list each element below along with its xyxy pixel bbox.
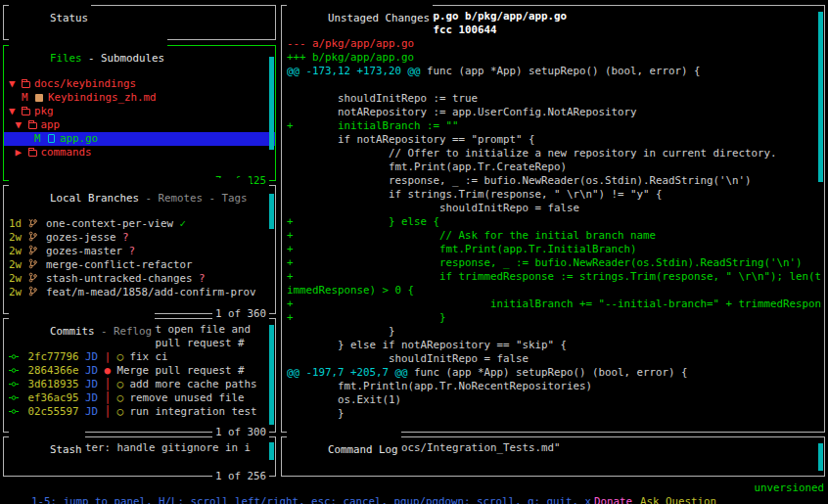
stash-panel[interactable]: Stash On gozes-master: handle gitignore …	[3, 436, 276, 477]
diff-line-ctx: shouldInitRepo = false	[287, 352, 822, 366]
diff-line-ctx: fmt.Print(app.Tr.CreateRepo)	[287, 160, 822, 174]
hunk-context: func (app *App) setupRepo() (bool, error…	[408, 366, 688, 379]
status-panel-title: Status	[9, 0, 91, 39]
diff-line-ctx: response, _ := bufio.NewReader(os.Stdin)…	[287, 174, 822, 188]
branch-icon	[28, 258, 37, 272]
diff-line-ctx: }	[287, 325, 822, 339]
files-scrollbar[interactable]	[269, 57, 274, 150]
tab-local-branches[interactable]: Local Branches	[50, 192, 139, 205]
stash-scrollbar[interactable]	[269, 442, 274, 460]
diff-title-label: Unstaged Changes	[328, 12, 430, 24]
branch-age: 2w	[9, 286, 28, 298]
file-icon	[48, 134, 55, 143]
files-panel-tabs: Files - Submodules	[9, 38, 167, 79]
tab-reflog[interactable]: - Reflog	[95, 325, 153, 338]
commit-author: JD	[85, 378, 105, 390]
folder-row[interactable]: ▼ app	[9, 118, 273, 132]
commit-icon	[9, 406, 19, 419]
commit-author: JD	[85, 364, 105, 377]
diff-view[interactable]: diff --git a/pkg/app/app.go b/pkg/app/ap…	[282, 6, 824, 432]
image-icon	[35, 94, 43, 102]
diff-line-del: --- a/pkg/app/app.go	[287, 37, 822, 51]
diff-line-ctx: } else if notARepository == "skip" {	[287, 339, 822, 352]
command-log-scrollbar[interactable]	[818, 443, 823, 471]
diff-line-ctx: notARepository := app.UserConfig.NotARep…	[287, 106, 822, 119]
branch-icon	[28, 217, 37, 231]
file-name: commands	[41, 146, 92, 159]
branch-name: stash-untracked-changes	[40, 272, 193, 285]
branch-age: 2w	[9, 245, 28, 257]
branch-row[interactable]: 2w stash-untracked-changes ?	[9, 272, 273, 286]
folder-icon	[22, 81, 30, 88]
file-row[interactable]: M Keybindings_zh.md	[9, 91, 273, 105]
commit-author: JD	[85, 391, 105, 404]
commit-icon	[9, 365, 19, 378]
diff-line-ctx: // Offer to initialize a new repository …	[287, 147, 822, 160]
tab-submodules[interactable]: - Submodules	[82, 52, 165, 65]
commit-graph-glyph: │	[105, 391, 117, 404]
branch-status-mark: ?	[122, 245, 135, 257]
command-log-title-label: Command Log	[328, 443, 398, 456]
commit-row[interactable]: 3d618935 JD │ ○ add more cache paths	[9, 378, 273, 391]
commit-hash: 2864366e	[22, 364, 85, 377]
commit-row[interactable]: ef36ac95 JD │ ○ remove unused file	[9, 391, 273, 405]
folder-icon	[22, 109, 30, 115]
diff-line-ctx: shouldInitRepo := true	[287, 92, 822, 106]
branch-icon	[28, 245, 37, 258]
diff-panel[interactable]: Unstaged Changes diff --git a/pkg/app/ap…	[281, 5, 825, 433]
folder-row[interactable]: ▼ pkg	[9, 105, 273, 118]
diff-line-ctx: fmt.Println(app.Tr.NoRecentRepositories)	[287, 380, 822, 393]
diff-line-add: + // Ask for the initial branch name	[287, 229, 822, 243]
folder-icon	[28, 122, 37, 129]
commit-row[interactable]: 02c55597 JD │ ○ run integration test	[9, 405, 273, 419]
branch-row[interactable]: 2w feat/m-mead/1858/add-confirm-prov	[9, 286, 273, 299]
file-status-flag: M	[22, 91, 34, 104]
command-log-panel[interactable]: Command Log git checkout -- "docs/Integr…	[281, 436, 825, 477]
diff-scrollbar[interactable]	[818, 12, 823, 182]
branch-row[interactable]: 2w merge-conflict-refactor	[9, 258, 273, 272]
command-log-title: Command Log	[287, 430, 401, 471]
stash-panel-title: Stash	[9, 430, 85, 471]
diff-line-add: + response, _ := bufio.NewReader(os.Stdi…	[287, 256, 822, 270]
commit-hash: ef36ac95	[22, 391, 85, 404]
lazygit-terminal: Status lazygit → example-branch Files - …	[0, 0, 828, 504]
commit-icon	[9, 392, 19, 405]
keybindings-bar: 1-5: jump to panel, H/L: scroll left/rig…	[6, 481, 824, 497]
branch-row[interactable]: 2w gozes-jesse ?	[9, 231, 273, 245]
status-panel[interactable]: Status lazygit → example-branch	[3, 5, 276, 40]
version-label: unversioned	[754, 481, 824, 495]
branches-panel[interactable]: Local Branches - Remotes - Tags * exampl…	[3, 185, 276, 314]
tab-remotes-tags[interactable]: - Remotes - Tags	[139, 192, 248, 205]
folder-row[interactable]: ▼ docs/keybindings	[9, 77, 273, 91]
branch-row[interactable]: 1d one-context-per-view ✓	[9, 217, 273, 231]
branch-icon	[28, 231, 37, 245]
diff-line-ctx	[287, 78, 822, 92]
hunk-context: func (app *App) setupRepo() (bool, error…	[421, 65, 701, 77]
commit-row[interactable]: 2fc77796 JD │ ○ fix ci	[9, 350, 273, 364]
expand-arrow-icon: ▼	[16, 118, 28, 131]
commits-panel[interactable]: Commits - Reflog 3067c2c3 JS ○ support o…	[3, 318, 276, 433]
files-panel[interactable]: Files - Submodules ▼ .github/workflows M…	[3, 45, 276, 181]
branch-name: feat/m-mead/1858/add-confirm-prov	[40, 286, 256, 298]
commits-scrollbar[interactable]	[269, 325, 274, 425]
keybinding-hints: 1-5: jump to panel, H/L: scroll left/rig…	[31, 495, 591, 504]
ask-question-link[interactable]: Ask Question	[640, 495, 716, 504]
branches-panel-tabs: Local Branches - Remotes - Tags	[9, 178, 251, 219]
tab-commits[interactable]: Commits	[50, 325, 95, 338]
branches-scrollbar[interactable]	[269, 194, 274, 229]
folder-row[interactable]: ▶ commands	[9, 146, 273, 160]
branch-row[interactable]: 2w gozes-master ?	[9, 245, 273, 258]
commit-graph-glyph: │	[105, 378, 117, 390]
branch-icon	[28, 286, 37, 299]
file-row[interactable]: M app.go	[4, 132, 275, 146]
commits-panel-tabs: Commits - Reflog	[9, 311, 155, 352]
tab-files[interactable]: Files	[50, 52, 82, 65]
expand-arrow-icon: ▼	[9, 105, 22, 117]
diff-line-hunk: @@ -197,7 +205,7 @@ func (app *App) setu…	[287, 366, 822, 380]
branch-name: merge-conflict-refactor	[40, 258, 193, 271]
commit-row[interactable]: 2864366e JD ● Merge pull request #	[9, 364, 273, 378]
indent	[9, 132, 34, 145]
commits-count: 1 of 300	[212, 426, 269, 439]
diff-line-ctx: shouldInitRepo = false	[287, 202, 822, 215]
donate-link[interactable]: Donate	[594, 495, 632, 504]
